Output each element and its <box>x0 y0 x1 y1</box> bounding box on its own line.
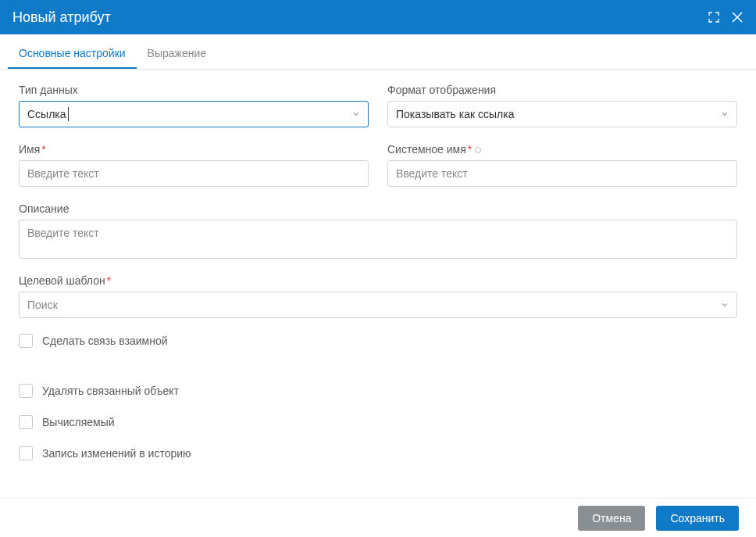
display-format-value: Показывать как ссылка <box>396 108 514 120</box>
delete-linked-label[interactable]: Удалять связанный объект <box>42 385 179 397</box>
required-marker: * <box>41 143 45 156</box>
form-content: Тип данных Ссылка Формат отображения Пок… <box>0 70 756 492</box>
delete-linked-checkbox[interactable] <box>19 384 33 398</box>
data-type-label: Тип данных <box>19 84 369 96</box>
header-actions <box>708 11 744 23</box>
target-template-placeholder: Поиск <box>27 299 58 311</box>
chevron-down-icon <box>352 108 360 120</box>
mutual-link-label[interactable]: Сделать связь взаимной <box>42 335 168 347</box>
display-format-select[interactable]: Показывать как ссылка <box>387 101 737 127</box>
help-icon[interactable] <box>475 147 481 153</box>
chevron-down-icon <box>721 299 729 311</box>
description-label: Описание <box>19 202 737 215</box>
save-button[interactable]: Сохранить <box>656 506 739 531</box>
computed-checkbox[interactable] <box>19 415 33 429</box>
chevron-down-icon <box>721 108 729 120</box>
system-name-label: Системное имя* <box>387 143 737 156</box>
name-input-wrapper <box>19 160 369 187</box>
name-label: Имя* <box>19 143 369 156</box>
name-input[interactable] <box>27 167 360 180</box>
required-marker: * <box>468 143 472 156</box>
dialog-footer: Отмена Сохранить <box>0 498 756 537</box>
tab-expression[interactable]: Выражение <box>137 38 217 69</box>
mutual-link-checkbox[interactable] <box>19 334 33 348</box>
required-marker: * <box>107 274 111 287</box>
history-label[interactable]: Запись изменений в историю <box>42 447 191 460</box>
fullscreen-icon[interactable] <box>708 11 720 23</box>
computed-label[interactable]: Вычисляемый <box>42 416 115 428</box>
system-name-input[interactable] <box>396 167 729 180</box>
dialog-title: Новый атрибут <box>12 9 111 26</box>
tabs: Основные настройки Выражение <box>0 38 756 70</box>
cancel-button[interactable]: Отмена <box>578 506 645 531</box>
tab-main-settings[interactable]: Основные настройки <box>8 38 137 69</box>
display-format-label: Формат отображения <box>387 84 737 96</box>
close-icon[interactable] <box>731 11 744 23</box>
history-checkbox[interactable] <box>19 446 33 460</box>
target-template-select[interactable]: Поиск <box>19 292 737 318</box>
description-textarea[interactable] <box>19 220 737 259</box>
data-type-value: Ссылка <box>27 108 66 120</box>
target-template-label: Целевой шаблон* <box>19 274 737 287</box>
system-name-input-wrapper <box>387 160 737 187</box>
text-cursor <box>68 107 69 121</box>
data-type-select[interactable]: Ссылка <box>19 101 369 127</box>
dialog-header: Новый атрибут <box>0 0 756 34</box>
